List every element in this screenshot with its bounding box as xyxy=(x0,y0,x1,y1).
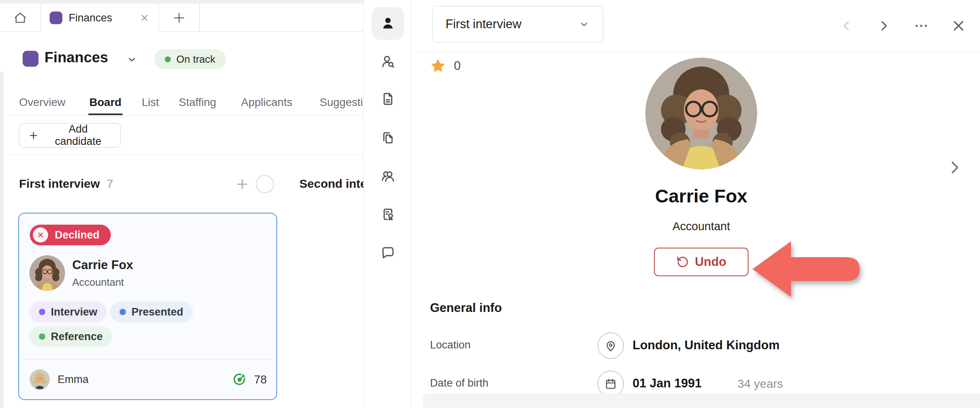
copy-pages-icon xyxy=(380,130,395,145)
annotation-arrow xyxy=(749,237,876,301)
tag-dot-icon xyxy=(120,309,126,315)
map-pin-icon xyxy=(604,339,617,352)
age-value: 34 years xyxy=(737,377,783,391)
candidate-role: Accountant xyxy=(72,276,124,289)
tab-staffing[interactable]: Staffing xyxy=(179,96,216,109)
dob-icon-circle xyxy=(598,371,624,397)
tab-suggestions[interactable]: Suggestions xyxy=(320,96,364,109)
candidate-name: Carrie Fox xyxy=(72,258,133,272)
status-badge[interactable]: On track xyxy=(154,49,226,69)
tag-dot-icon xyxy=(39,333,45,340)
rail-profile-button[interactable] xyxy=(372,7,404,40)
left-edge-strip xyxy=(0,71,4,408)
candidate-card[interactable]: Declined xyxy=(18,213,277,400)
plus-icon xyxy=(28,130,39,141)
tab-overview[interactable]: Overview xyxy=(19,96,66,109)
project-window: Finances Finances On track Overview Boar… xyxy=(0,0,364,408)
location-label: Location xyxy=(430,339,471,351)
close-icon xyxy=(951,18,966,33)
close-panel-button[interactable] xyxy=(949,16,968,35)
candidate-panel-rail xyxy=(364,0,411,408)
project-color-swatch xyxy=(50,12,62,24)
stage-select-value: First interview xyxy=(446,17,521,31)
expand-panel-chevron[interactable] xyxy=(946,159,963,176)
app: Finances Finances On track Overview Boar… xyxy=(0,0,980,408)
location-value: London, United Kingdom xyxy=(633,338,779,352)
home-icon xyxy=(13,11,27,25)
column-title: First interview xyxy=(19,177,100,191)
rail-documents-button[interactable] xyxy=(376,125,400,150)
project-color-square xyxy=(23,51,39,67)
new-tab-button[interactable] xyxy=(159,4,200,32)
tab-board[interactable]: Board xyxy=(89,96,122,109)
panel-nav-controls xyxy=(837,0,980,52)
rail-messages-button[interactable] xyxy=(376,241,400,265)
dob-value: 01 Jan 1991 xyxy=(633,376,702,391)
chat-bubble-icon xyxy=(380,245,395,260)
declined-x-icon xyxy=(33,227,48,242)
candidate-panel-topbar: First interview xyxy=(412,0,980,52)
project-tab[interactable]: Finances xyxy=(41,4,159,32)
window-top-strip xyxy=(0,0,364,4)
candidate-avatar xyxy=(29,255,65,291)
add-candidate-label: Add candidate xyxy=(44,123,112,148)
plus-icon xyxy=(172,11,186,25)
column-count: 7 xyxy=(106,177,113,191)
rail-colleagues-button[interactable] xyxy=(376,164,400,188)
column-header-first-interview: First interview 7 xyxy=(19,177,113,191)
status-dot-icon xyxy=(165,56,171,62)
undo-button[interactable]: Undo xyxy=(654,248,749,276)
page-title: Finances xyxy=(44,49,108,66)
certificate-icon xyxy=(380,207,395,222)
rail-evaluations-button[interactable] xyxy=(376,202,400,227)
tab-applicants[interactable]: Applicants xyxy=(241,96,292,109)
chevron-right-icon xyxy=(946,159,963,176)
next-candidate-button[interactable] xyxy=(874,16,893,35)
general-info-heading: General info xyxy=(430,301,502,315)
location-icon-circle xyxy=(598,333,624,359)
person-search-icon xyxy=(380,54,395,69)
chevron-right-icon xyxy=(877,19,891,33)
undo-label: Undo xyxy=(695,255,726,269)
project-dropdown-chevron-icon[interactable] xyxy=(126,54,137,65)
column-title-second-interview: Second interview xyxy=(299,177,364,191)
tag-reference: Reference xyxy=(29,326,112,347)
card-divider xyxy=(19,360,276,360)
project-tab-label: Finances xyxy=(69,12,112,24)
tag-interview: Interview xyxy=(29,302,107,322)
assignee-name: Emma xyxy=(58,373,89,386)
assignee-avatar xyxy=(29,369,50,390)
declined-badge: Declined xyxy=(30,225,111,245)
rating-control[interactable]: 0 xyxy=(429,57,461,75)
calendar-icon xyxy=(604,377,617,391)
match-score-value: 78 xyxy=(254,373,267,386)
tab-close-icon[interactable] xyxy=(139,13,150,23)
home-tab[interactable] xyxy=(0,4,41,32)
candidate-detail-panel: First interview xyxy=(412,0,980,408)
rail-resume-button[interactable] xyxy=(376,87,400,112)
stage-select[interactable]: First interview xyxy=(432,6,603,42)
people-icon xyxy=(380,168,395,183)
declined-label: Declined xyxy=(55,229,100,241)
tag-label: Presented xyxy=(131,306,183,318)
prev-candidate-button[interactable] xyxy=(837,16,856,35)
chevron-left-icon xyxy=(840,19,853,33)
ellipsis-icon xyxy=(913,18,929,34)
tab-bar: Finances xyxy=(0,4,364,32)
match-score-icon xyxy=(232,371,248,387)
rail-search-candidates-button[interactable] xyxy=(376,49,400,74)
more-options-button[interactable] xyxy=(912,16,931,35)
add-candidate-button[interactable]: Add candidate xyxy=(19,123,121,148)
file-text-icon xyxy=(380,92,395,107)
chevron-down-icon xyxy=(578,18,590,30)
undo-icon xyxy=(676,256,689,268)
candidate-name-heading: Carrie Fox xyxy=(655,185,747,207)
person-filled-icon xyxy=(380,16,395,31)
column-progress-ring xyxy=(256,175,274,193)
tab-list[interactable]: List xyxy=(142,96,159,109)
column-add-candidate-icon[interactable] xyxy=(235,177,249,191)
divider xyxy=(0,155,364,155)
candidate-photo xyxy=(645,58,757,169)
dob-label: Date of birth xyxy=(430,377,488,389)
panel-bottom-strip xyxy=(423,394,980,408)
